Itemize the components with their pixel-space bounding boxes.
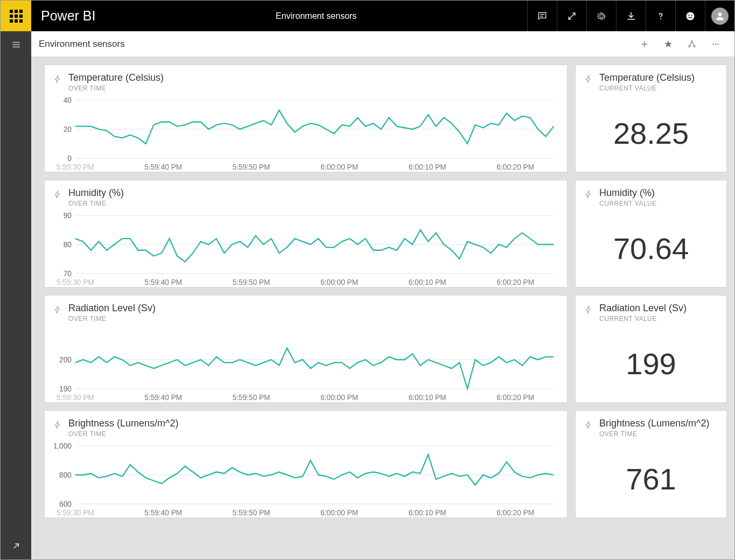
tile-title: Humidity (%) — [68, 187, 124, 199]
tile-header: Temperature (Celsius) CURRENT VALUE — [576, 65, 726, 94]
lightning-icon — [53, 303, 62, 317]
dashboard-row: Temperature (Celsius) OVER TIME 020405:5… — [44, 65, 727, 172]
chart-tile[interactable]: Temperature (Celsius) OVER TIME 020405:5… — [44, 65, 568, 172]
subheader: Environment sensors — [31, 31, 734, 57]
svg-text:6:00:10 PM: 6:00:10 PM — [409, 278, 446, 286]
value-tile[interactable]: Radiation Level (Sv) CURRENT VALUE 199 — [575, 295, 727, 403]
svg-text:6:00:20 PM: 6:00:20 PM — [496, 508, 534, 517]
lightning-icon — [584, 418, 593, 432]
tile-subtitle: OVER TIME — [599, 430, 710, 438]
dashboard-canvas[interactable]: Temperature (Celsius) OVER TIME 020405:5… — [31, 57, 734, 559]
favorite-button[interactable] — [657, 33, 680, 55]
value-tile[interactable]: Humidity (%) CURRENT VALUE 70.64 — [575, 180, 727, 288]
dashboard-row: Radiation Level (Sv) OVER TIME 1902005:5… — [44, 295, 727, 403]
svg-text:5:59:50 PM: 5:59:50 PM — [233, 393, 270, 402]
chart-body: 1902005:59:30 PM5:59:40 PM5:59:50 PM6:00… — [45, 325, 567, 406]
svg-point-4 — [718, 12, 722, 16]
star-icon — [663, 39, 673, 49]
tile-header: Temperature (Celsius) OVER TIME — [45, 65, 567, 94]
breadcrumb-title: Environment sensors — [39, 39, 633, 50]
arrow-up-right-icon — [11, 541, 22, 551]
svg-text:6:00:00 PM: 6:00:00 PM — [320, 508, 358, 517]
lightning-icon — [584, 72, 593, 86]
svg-text:6:00:10 PM: 6:00:10 PM — [409, 508, 446, 517]
plus-icon — [640, 39, 649, 49]
svg-text:600: 600 — [59, 499, 72, 508]
svg-text:5:59:40 PM: 5:59:40 PM — [144, 163, 182, 171]
tile-header: Humidity (%) CURRENT VALUE — [576, 180, 726, 209]
feedback-button[interactable] — [675, 1, 705, 31]
nav-toggle-button[interactable] — [1, 31, 31, 58]
svg-point-9 — [715, 43, 716, 44]
lightning-icon — [53, 187, 62, 201]
download-button[interactable] — [616, 1, 646, 31]
tile-subtitle: CURRENT VALUE — [599, 85, 695, 92]
svg-text:6:00:20 PM: 6:00:20 PM — [496, 163, 534, 171]
page-title: Environment sensors — [105, 11, 527, 21]
lightning-icon — [53, 418, 62, 432]
svg-point-1 — [687, 12, 695, 20]
current-value: 28.25 — [576, 94, 726, 172]
svg-text:80: 80 — [64, 240, 72, 248]
subscribe-button[interactable] — [681, 33, 703, 55]
tile-header: Radiation Level (Sv) CURRENT VALUE — [576, 296, 726, 325]
tile-subtitle: CURRENT VALUE — [599, 315, 687, 323]
svg-text:20: 20 — [64, 124, 72, 133]
current-value: 199 — [576, 325, 726, 402]
svg-text:40: 40 — [64, 96, 72, 104]
chart-tile[interactable]: Humidity (%) OVER TIME 7080905:59:30 PM5… — [44, 180, 568, 288]
svg-text:1,000: 1,000 — [54, 442, 72, 450]
tile-subtitle: OVER TIME — [68, 315, 156, 323]
svg-text:6:00:00 PM: 6:00:00 PM — [320, 163, 358, 171]
svg-text:5:59:30 PM: 5:59:30 PM — [57, 278, 94, 286]
settings-button[interactable] — [586, 1, 616, 31]
ellipsis-icon — [711, 39, 720, 49]
help-button[interactable] — [646, 1, 675, 31]
svg-text:6:00:00 PM: 6:00:00 PM — [320, 278, 358, 286]
chart-body: 6008001,0005:59:30 PM5:59:40 PM5:59:50 P… — [45, 440, 567, 521]
tile-title: Brightness (Lumens/m^2) — [599, 418, 710, 429]
account-button[interactable] — [705, 1, 734, 31]
svg-point-3 — [691, 15, 692, 16]
svg-point-5 — [691, 40, 692, 42]
value-tile[interactable]: Brightness (Lumens/m^2) OVER TIME 761 — [575, 410, 727, 518]
chart-body: 7080905:59:30 PM5:59:40 PM5:59:50 PM6:00… — [45, 209, 567, 291]
current-value: 761 — [576, 440, 726, 517]
svg-point-0 — [660, 18, 661, 19]
svg-text:800: 800 — [59, 470, 72, 479]
svg-text:6:00:20 PM: 6:00:20 PM — [496, 393, 534, 402]
app-launcher-button[interactable] — [1, 1, 31, 31]
chart-tile[interactable]: Radiation Level (Sv) OVER TIME 1902005:5… — [44, 295, 568, 403]
waffle-icon — [10, 10, 23, 23]
tile-header: Humidity (%) OVER TIME — [45, 180, 567, 209]
nav-popout-button[interactable] — [1, 533, 31, 559]
tile-title: Radiation Level (Sv) — [68, 303, 156, 314]
tile-header: Brightness (Lumens/m^2) OVER TIME — [576, 411, 726, 440]
tile-title: Temperature (Celsius) — [599, 72, 695, 83]
expand-icon — [566, 11, 577, 22]
question-icon — [655, 11, 666, 22]
svg-text:6:00:20 PM: 6:00:20 PM — [496, 278, 534, 286]
svg-point-8 — [712, 43, 713, 44]
add-tile-button[interactable] — [633, 33, 656, 55]
lightning-icon — [53, 72, 62, 86]
tile-title: Radiation Level (Sv) — [599, 303, 687, 314]
dashboard-row: Humidity (%) OVER TIME 7080905:59:30 PM5… — [44, 180, 727, 288]
value-tile[interactable]: Temperature (Celsius) CURRENT VALUE 28.2… — [575, 65, 727, 172]
svg-text:5:59:30 PM: 5:59:30 PM — [57, 163, 94, 171]
subheader-tools — [633, 33, 727, 55]
avatar-icon — [711, 8, 729, 25]
notifications-button[interactable] — [527, 1, 557, 31]
svg-text:6:00:10 PM: 6:00:10 PM — [409, 393, 446, 402]
topbar-actions — [527, 1, 734, 31]
chat-icon — [537, 11, 548, 22]
chart-body: 020405:59:30 PM5:59:40 PM5:59:50 PM6:00:… — [45, 94, 567, 176]
svg-text:190: 190 — [59, 384, 72, 393]
chart-tile[interactable]: Brightness (Lumens/m^2) OVER TIME 600800… — [44, 410, 568, 518]
more-options-button[interactable] — [704, 33, 727, 55]
svg-text:200: 200 — [59, 355, 72, 363]
svg-text:5:59:50 PM: 5:59:50 PM — [233, 278, 270, 286]
tile-subtitle: OVER TIME — [68, 430, 179, 438]
lightning-icon — [584, 187, 593, 201]
fullscreen-button[interactable] — [557, 1, 586, 31]
